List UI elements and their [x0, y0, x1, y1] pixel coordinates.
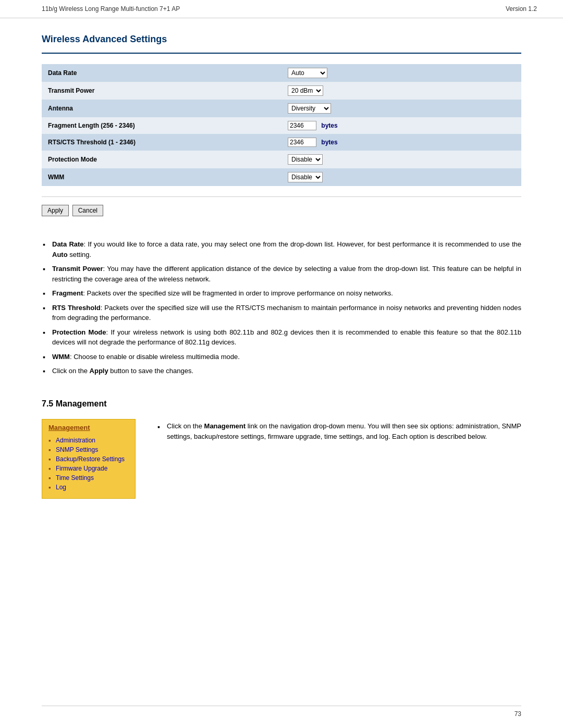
cancel-button[interactable]: Cancel: [72, 205, 103, 216]
management-title-text: Management: [56, 399, 107, 408]
fragment-bytes-label: bytes: [321, 122, 337, 129]
nav-menu-title: Management: [48, 424, 129, 431]
nav-menu-item-log[interactable]: Log: [48, 483, 129, 492]
protection-mode-select[interactable]: Disable Enable: [288, 154, 323, 165]
nav-link-time[interactable]: Time Settings: [56, 474, 94, 482]
help-section: Data Rate: If you would like to force a …: [42, 237, 521, 378]
nav-link-log[interactable]: Log: [56, 484, 66, 491]
main-content: Wireless Advanced Settings Data Rate Aut…: [0, 18, 563, 520]
field-label-transmit-power: Transmit Power: [42, 82, 282, 100]
fragment-length-input[interactable]: [288, 121, 316, 130]
nav-menu-box: Management Administration SNMP Settings …: [42, 419, 136, 499]
page-number: 73: [515, 710, 521, 718]
field-value-protection-mode: Disable Enable: [282, 151, 521, 168]
field-value-fragment-length: bytes: [282, 117, 521, 134]
transmit-power-select[interactable]: 20 dBm 17 dBm 14 dBm 11 dBm: [288, 85, 323, 96]
table-row: WMM Disable Enable: [42, 168, 521, 186]
nav-link-snmp[interactable]: SNMP Settings: [56, 446, 98, 453]
field-label-data-rate: Data Rate: [42, 64, 282, 82]
management-section-title: 7.5 Management: [42, 399, 521, 409]
nav-menu-item-time[interactable]: Time Settings: [48, 473, 129, 483]
field-label-fragment-length: Fragment Length (256 - 2346): [42, 117, 282, 134]
title-divider: [42, 53, 521, 54]
field-value-antenna: Diversity Antenna A Antenna B: [282, 100, 521, 117]
nav-menu-item-snmp[interactable]: SNMP Settings: [48, 445, 129, 454]
section-title: Wireless Advanced Settings: [42, 34, 521, 45]
table-row: Transmit Power 20 dBm 17 dBm 14 dBm 11 d…: [42, 82, 521, 100]
rts-threshold-input[interactable]: [288, 138, 316, 147]
field-value-data-rate: Auto 1 Mbps 2 Mbps 5.5 Mbps 11 Mbps 6 Mb…: [282, 64, 521, 82]
management-description: Click on the Management link on the navi…: [156, 419, 521, 445]
nav-link-administration[interactable]: Administration: [56, 437, 95, 444]
help-item-transmit-power: Transmit Power: You may have the differe…: [42, 262, 521, 286]
rts-bytes-label: bytes: [321, 139, 337, 146]
page-footer: 73: [42, 706, 521, 718]
page-header: 11b/g Wireless Long Range Multi-function…: [0, 0, 563, 18]
management-desc-item: Click on the Management link on the navi…: [156, 419, 521, 445]
header-right: Version 1.2: [506, 5, 537, 13]
field-value-wmm: Disable Enable: [282, 168, 521, 186]
section-number: 7.5: [42, 399, 53, 408]
help-item-rts-threshold: RTS Threshold: Packets over the specifie…: [42, 301, 521, 325]
wireless-advanced-section: Wireless Advanced Settings Data Rate Aut…: [42, 34, 521, 378]
table-row: RTS/CTS Threshold (1 - 2346) bytes: [42, 134, 521, 151]
nav-menu-list: Administration SNMP Settings Backup/Rest…: [48, 436, 129, 492]
header-left: 11b/g Wireless Long Range Multi-function…: [42, 5, 180, 13]
table-row: Fragment Length (256 - 2346) bytes: [42, 117, 521, 134]
help-item-apply: Click on the Apply button to save the ch…: [42, 364, 521, 378]
buttons-section: Apply Cancel: [42, 196, 521, 224]
field-label-wmm: WMM: [42, 168, 282, 186]
management-body: Management Administration SNMP Settings …: [42, 419, 521, 499]
help-item-protection-mode: Protection Mode: If your wireless networ…: [42, 325, 521, 350]
nav-menu-item-backup[interactable]: Backup/Restore Settings: [48, 454, 129, 464]
management-section: 7.5 Management Management Administration…: [42, 399, 521, 499]
table-row: Protection Mode Disable Enable: [42, 151, 521, 168]
help-item-data-rate: Data Rate: If you would like to force a …: [42, 237, 521, 262]
table-row: Antenna Diversity Antenna A Antenna B: [42, 100, 521, 117]
antenna-select[interactable]: Diversity Antenna A Antenna B: [288, 103, 331, 114]
table-row: Data Rate Auto 1 Mbps 2 Mbps 5.5 Mbps 11…: [42, 64, 521, 82]
field-label-antenna: Antenna: [42, 100, 282, 117]
field-label-rts-threshold: RTS/CTS Threshold (1 - 2346): [42, 134, 282, 151]
field-value-rts-threshold: bytes: [282, 134, 521, 151]
wmm-select[interactable]: Disable Enable: [288, 172, 323, 182]
nav-menu-item-firmware[interactable]: Firmware Upgrade: [48, 464, 129, 473]
data-rate-select[interactable]: Auto 1 Mbps 2 Mbps 5.5 Mbps 11 Mbps 6 Mb…: [288, 68, 327, 78]
help-item-wmm: WMM: Choose to enable or disable wireles…: [42, 350, 521, 364]
apply-button[interactable]: Apply: [42, 205, 69, 216]
nav-link-firmware[interactable]: Firmware Upgrade: [56, 465, 107, 472]
nav-link-backup[interactable]: Backup/Restore Settings: [56, 455, 125, 463]
field-value-transmit-power: 20 dBm 17 dBm 14 dBm 11 dBm: [282, 82, 521, 100]
field-label-protection-mode: Protection Mode: [42, 151, 282, 168]
nav-menu-item-administration[interactable]: Administration: [48, 436, 129, 445]
help-item-fragment: Fragment: Packets over the specified siz…: [42, 286, 521, 301]
settings-table: Data Rate Auto 1 Mbps 2 Mbps 5.5 Mbps 11…: [42, 64, 521, 186]
